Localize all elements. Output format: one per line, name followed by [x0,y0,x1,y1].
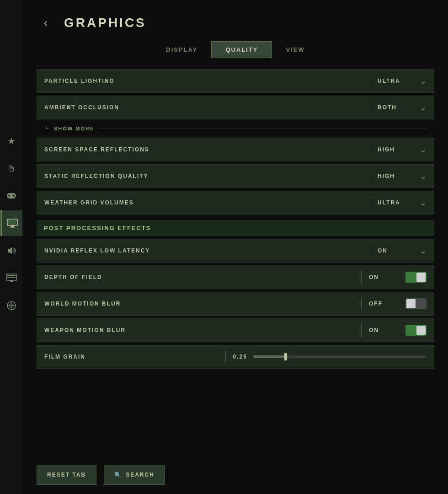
tab-quality[interactable]: QUALITY [211,41,272,58]
divider [370,101,370,114]
svg-rect-7 [11,226,14,227]
static-reflection-quality-value: HIGH [378,173,414,179]
depth-of-field-toggle[interactable] [405,272,427,283]
chevron-down-icon: ⌄ [420,198,427,208]
tab-display[interactable]: DISPLAY [152,41,211,58]
toggle-knob [406,299,416,308]
sidebar-item-gamepad[interactable] [0,183,22,209]
sidebar-item-network[interactable] [0,293,22,318]
settings-list: PARTICLE LIGHTING ULTRA ⌄ AMBIENT OCCLUS… [37,69,434,369]
search-button[interactable]: 🔍 SEARCH [104,465,165,485]
svg-rect-2 [8,195,10,196]
weather-grid-volumes-label: WEATHER GRID VOLUMES [44,199,363,206]
toggle-knob [416,326,426,335]
setting-static-reflection-quality[interactable]: STATIC REFLECTION QUALITY HIGH ⌄ [37,164,434,188]
static-reflection-quality-label: STATIC REFLECTION QUALITY [44,173,363,179]
setting-ambient-occlusion[interactable]: AMBIENT OCCLUSION BOTH ⌄ [37,96,434,119]
setting-nvidia-reflex[interactable]: NVIDIA REFLEX LOW LATENCY ON ⌄ [37,239,434,263]
setting-weapon-motion-blur[interactable]: WEAPON MOTION BLUR ON [37,318,434,342]
world-motion-blur-label: WORLD MOTION BLUR [44,301,354,307]
weapon-motion-blur-value: ON [369,327,405,333]
divider-line [99,129,427,129]
setting-particle-lighting[interactable]: PARTICLE LIGHTING ULTRA ⌄ [37,69,434,93]
svg-rect-8 [10,227,15,228]
header: ‹ GRAPHICS [37,9,434,32]
divider [370,196,370,209]
reset-tab-button[interactable]: RESET TAB [37,465,96,485]
setting-weather-grid-volumes[interactable]: WEATHER GRID VOLUMES ULTRA ⌄ [37,191,434,215]
screen-space-reflections-label: SCREEN SPACE REFLECTIONS [44,146,363,153]
divider [370,74,370,88]
divider [370,169,370,183]
toggle-knob [416,273,426,282]
sidebar-item-audio[interactable] [0,238,22,263]
screen-space-reflections-value: HIGH [378,146,414,153]
ambient-occlusion-label: AMBIENT OCCLUSION [44,104,363,111]
divider [361,323,362,337]
bottom-bar: RESET TAB 🔍 SEARCH [23,465,448,485]
sidebar-item-mouse[interactable]: 🖱 [0,156,22,181]
slider-fill [253,355,288,358]
sidebar: ★ 🖱 [0,0,23,494]
tab-view[interactable]: VIEW [272,41,318,58]
world-motion-blur-value: OFF [369,301,405,307]
post-processing-section-header: POST PROCESSING EFFECTS [37,220,434,236]
main-content: ‹ GRAPHICS DISPLAY QUALITY VIEW PARTICLE… [23,0,448,494]
tabs-bar: DISPLAY QUALITY VIEW [37,41,434,58]
svg-rect-11 [7,275,16,276]
svg-rect-6 [8,220,16,225]
film-grain-value: 0.25 [233,354,253,360]
weapon-motion-blur-toggle[interactable] [405,325,427,336]
film-grain-slider[interactable] [253,355,427,358]
film-grain-label: FILM GRAIN [44,354,218,360]
sidebar-item-favorites[interactable]: ★ [0,128,22,154]
nvidia-reflex-label: NVIDIA REFLEX LOW LATENCY [44,247,363,254]
search-icon: 🔍 [114,472,122,478]
chevron-down-icon: ⌄ [420,171,427,181]
setting-screen-space-reflections[interactable]: SCREEN SPACE REFLECTIONS HIGH ⌄ [37,138,434,161]
chevron-down-icon: ⌄ [420,102,427,113]
back-button[interactable]: ‹ [37,14,55,32]
weapon-motion-blur-label: WEAPON MOTION BLUR [44,327,354,333]
setting-world-motion-blur[interactable]: WORLD MOTION BLUR OFF [37,292,434,316]
depth-of-field-label: DEPTH OF FIELD [44,274,354,280]
svg-marker-9 [8,247,12,254]
show-more-indicator: └ [44,125,49,132]
show-more-button[interactable]: SHOW MORE [54,126,94,131]
chevron-down-icon: ⌄ [420,76,427,86]
svg-rect-12 [7,277,16,278]
particle-lighting-value: ULTRA [378,78,414,84]
svg-rect-13 [10,280,13,282]
page-title: GRAPHICS [64,16,146,30]
divider [225,350,226,364]
ambient-occlusion-value: BOTH [378,104,414,111]
show-more-row: └ SHOW MORE [37,122,434,135]
setting-depth-of-field[interactable]: DEPTH OF FIELD ON [37,265,434,289]
nvidia-reflex-value: ON [378,247,414,254]
slider-thumb [284,353,287,360]
slider-track [253,355,427,358]
particle-lighting-label: PARTICLE LIGHTING [44,78,363,84]
divider [370,244,370,258]
depth-of-field-value: ON [369,274,405,280]
svg-point-4 [14,196,15,197]
weather-grid-volumes-value: ULTRA [378,199,414,206]
divider [361,297,362,311]
search-label: SEARCH [126,472,155,478]
sidebar-item-graphics[interactable] [0,210,22,236]
world-motion-blur-toggle[interactable] [405,298,427,309]
sidebar-item-display[interactable] [0,265,22,291]
chevron-down-icon: ⌄ [420,145,427,155]
divider [361,270,362,284]
divider [370,143,370,156]
setting-film-grain[interactable]: FILM GRAIN 0.25 [37,345,434,369]
chevron-down-icon: ⌄ [420,246,427,256]
